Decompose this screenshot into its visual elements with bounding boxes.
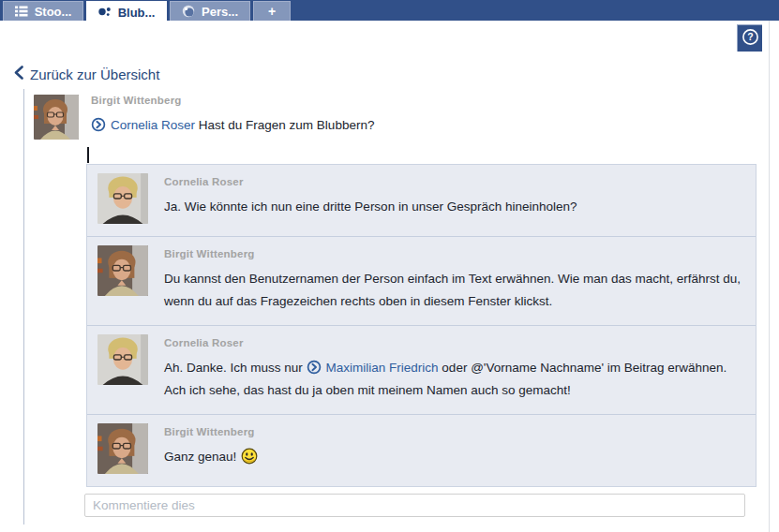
reply-text: Du kannst den Benutzernamen der Person e… [164,268,742,313]
reply-row: Cornelia Roser Ja. Wie könnte ich nun ei… [87,165,756,236]
root-post: Birgit Wittenberg Cornelia Roser Hast du… [34,95,756,140]
mention-link[interactable]: Cornelia Roser [91,118,195,132]
reply-content: Birgit Wittenberg Ganz genau! [164,423,258,474]
comment-input[interactable] [84,494,745,517]
arrow-circle-icon [307,361,326,375]
avatar[interactable] [97,173,148,224]
author-name: Birgit Wittenberg [164,426,258,437]
tab-add[interactable]: + [253,1,291,21]
blubber-dots-icon [98,7,112,18]
replies-list: Cornelia Roser Ja. Wie könnte ich nun ei… [86,164,757,487]
mention-name: Maximilian Friedrich [326,361,439,375]
reply-text: Ah. Danke. Ich muss nur Maximilian Fried… [164,357,742,402]
post-text-body: Hast du Fragen zum Blubbern? [199,118,375,132]
reply-text-body: Ganz genau! [164,450,236,464]
post-text: Cornelia Roser Hast du Fragen zum Blubbe… [91,116,756,135]
reply-content: Birgit Wittenberg Du kannst den Benutzer… [164,245,742,313]
back-link-label: Zurück zur Übersicht [30,66,159,82]
tab-label: + [268,4,276,19]
thread-left-border [23,89,24,525]
mention-link[interactable]: Maximilian Friedrich [307,361,439,375]
avatar[interactable] [97,423,148,474]
tab-label: Blub... [118,6,156,20]
avatar[interactable] [97,245,148,296]
window-right-edge [769,21,770,532]
text-caret [87,147,89,163]
question-mark-icon: ? [742,28,759,50]
reply-row: Birgit Wittenberg Du kannst den Benutzer… [87,236,756,325]
avatar[interactable] [97,334,148,385]
tab-person[interactable]: Pers... [170,1,250,21]
reply-content: Cornelia Roser Ja. Wie könnte ich nun ei… [164,173,577,224]
tab-bar: Stoo... Blub... Pers... [0,0,779,21]
avatar[interactable] [34,95,79,140]
author-name: Birgit Wittenberg [91,95,756,106]
smiley-emoticon [241,453,258,467]
tab-stoodle[interactable]: Stoo... [3,1,83,21]
help-button[interactable]: ? [737,24,762,52]
tab-blubber[interactable]: Blub... [86,1,167,22]
chevron-left-icon [14,66,23,82]
blubber-window: Stoo... Blub... Pers... [0,0,779,532]
author-name: Cornelia Roser [164,176,577,187]
tab-label: Pers... [202,5,238,19]
svg-text:?: ? [747,31,753,42]
author-name: Birgit Wittenberg [164,248,742,259]
reply-row: Birgit Wittenberg Ganz genau! [87,414,756,486]
reply-content: Cornelia Roser Ah. Danke. Ich muss nur M… [164,334,742,402]
sphere-icon [182,5,195,18]
tab-label: Stoo... [35,5,72,19]
reply-text-before: Ah. Danke. Ich muss nur [164,361,307,375]
arrow-circle-icon [91,118,111,132]
list-icon [15,6,28,17]
root-post-content: Birgit Wittenberg Cornelia Roser Hast du… [91,95,756,135]
reply-text: Ganz genau! [164,446,258,472]
mention-name: Cornelia Roser [111,118,195,132]
back-to-overview-link[interactable]: Zurück zur Übersicht [14,66,159,82]
reply-text: Ja. Wie könnte ich nun eine dritte Perso… [164,196,577,218]
author-name: Cornelia Roser [164,337,742,348]
reply-row: Cornelia Roser Ah. Danke. Ich muss nur M… [87,325,756,414]
